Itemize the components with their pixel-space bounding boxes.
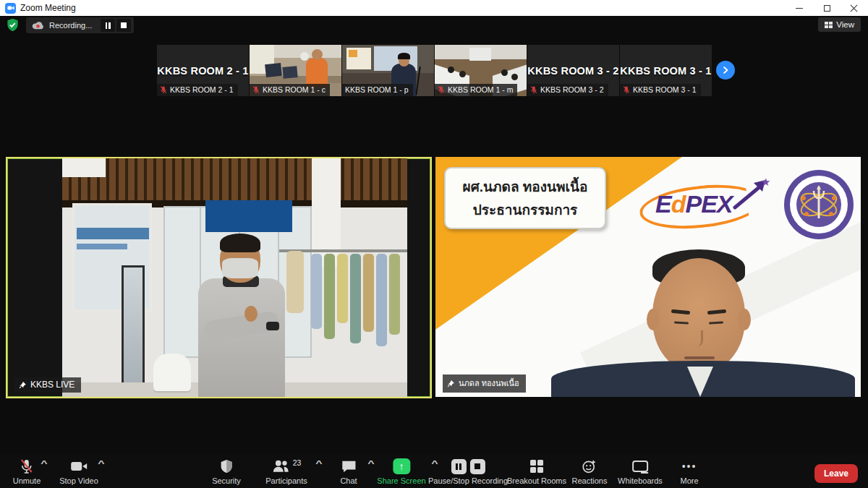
- meeting-screen: [469, 48, 491, 61]
- leave-button[interactable]: Leave: [814, 464, 858, 483]
- cloud-recording-icon: [32, 21, 44, 30]
- stop-video-button[interactable]: Stop Video: [59, 458, 98, 485]
- whiteboards-button[interactable]: Whiteboards: [618, 458, 663, 485]
- recording-status-text: Recording...: [49, 21, 92, 30]
- speaker-hand: [244, 306, 258, 322]
- muted-mic-icon: [20, 458, 34, 474]
- whiteboard-icon: [632, 461, 648, 472]
- chevron-right-icon: [721, 66, 730, 74]
- participants-options-caret[interactable]: ^: [315, 460, 322, 468]
- pause-recording-button[interactable]: [101, 19, 115, 32]
- chat-button[interactable]: Chat: [340, 458, 357, 485]
- participants-button[interactable]: 23 Participants: [265, 458, 307, 485]
- hanging-garment: [350, 254, 361, 343]
- pinned-video-label: KKBS LIVE: [14, 377, 81, 393]
- recording-indicator: Recording...: [26, 17, 134, 33]
- zoom-meeting-window: Zoom Meeting Recording... View KKBS ROOM…: [0, 0, 868, 488]
- share-screen-button[interactable]: ↑ Share Screen: [377, 458, 425, 485]
- main-video-kkbs-live[interactable]: KKBS LIVE: [6, 157, 432, 398]
- muted-mic-icon: [530, 86, 537, 94]
- window-controls: [786, 0, 868, 16]
- chairman-ear: [738, 309, 751, 330]
- more-button[interactable]: ••• More: [680, 458, 698, 485]
- meeting-attendee: [511, 74, 518, 80]
- meeting-top-bar: Recording... View: [0, 16, 868, 35]
- breakout-rooms-icon: [530, 460, 544, 474]
- nameplate-name: ผศ.นภดล ทองนพเนื้อ: [463, 176, 588, 197]
- stop-recording-icon: [469, 459, 485, 474]
- camera-glyph: [7, 4, 14, 12]
- lab-monitor: [265, 63, 282, 77]
- blue-wall-sign-small: [77, 244, 127, 249]
- standing-mirror: [122, 265, 145, 390]
- meeting-attendee: [448, 67, 454, 73]
- restore-button[interactable]: [813, 0, 841, 16]
- speaker-face-mask: [222, 258, 258, 278]
- seal-core: [796, 182, 841, 227]
- chairman-head: [652, 258, 745, 372]
- hanging-garment: [363, 254, 374, 332]
- more-ellipsis-icon: •••: [682, 461, 697, 472]
- reactions-button[interactable]: Reactions: [572, 458, 608, 485]
- chairman-mouth: [684, 356, 715, 359]
- plastic-chair: [153, 354, 191, 391]
- share-screen-icon: ↑: [393, 458, 410, 474]
- hanging-garment: [389, 254, 400, 335]
- thumbnail-kkbs-room-3-1[interactable]: KKBS ROOM 3 - 1 KKBS ROOM 3 - 1: [620, 45, 712, 96]
- stop-icon: [121, 22, 127, 28]
- edpex-logo: EdPEX ★: [639, 180, 777, 232]
- speaker-hair: [220, 234, 260, 252]
- ministry-seal: [784, 170, 854, 239]
- meeting-toolbar: Unmute ^ Stop Video ^ Security 23 Partic…: [0, 454, 868, 488]
- shield-icon: [220, 458, 233, 474]
- close-icon: [851, 4, 858, 12]
- hanging-garment: [311, 254, 322, 329]
- window-title: Zoom Meeting: [20, 3, 76, 13]
- main-video-chairman[interactable]: ผศ.นภดล ทองนพเนื้อ ประธานกรรมการ EdPEX ★: [435, 157, 861, 397]
- view-button[interactable]: View: [818, 17, 861, 32]
- meeting-attendee: [501, 69, 508, 76]
- participant-label: KKBS ROOM 1 - p: [342, 84, 413, 96]
- thumbnail-kkbs-room-1-c[interactable]: KKBS ROOM 1 - c: [250, 45, 341, 96]
- blue-door-sign: [205, 200, 292, 232]
- breakout-rooms-button[interactable]: Breakout Rooms: [507, 458, 566, 485]
- podium-slide-screen: [346, 48, 371, 69]
- thumbnail-kkbs-room-1-p[interactable]: KKBS ROOM 1 - p: [342, 45, 434, 96]
- participant-label: KKBS ROOM 3 - 1: [620, 84, 701, 96]
- hanging-garment: [324, 254, 335, 339]
- podium-mic-stand: [415, 67, 421, 95]
- lab-person-head: [312, 49, 323, 60]
- participant-label: KKBS ROOM 1 - c: [250, 84, 330, 96]
- thumbnail-kkbs-room-2-1[interactable]: KKBS ROOM 2 - 1 KKBS ROOM 2 - 1: [157, 45, 249, 96]
- encryption-shield-icon[interactable]: [6, 18, 20, 35]
- hanging-garment: [286, 251, 304, 313]
- unmute-options-caret[interactable]: ^: [41, 460, 47, 468]
- unmute-button[interactable]: Unmute: [13, 458, 41, 485]
- close-button[interactable]: [841, 0, 868, 16]
- pause-icon: [106, 22, 111, 29]
- video-options-caret[interactable]: ^: [98, 460, 104, 468]
- chat-options-caret[interactable]: ^: [367, 460, 374, 468]
- reactions-smiley-icon: [582, 458, 597, 474]
- nameplate-role: ประธานกรรมการ: [473, 199, 578, 221]
- wood-slat-ceiling: [62, 158, 407, 205]
- stop-recording-button[interactable]: [116, 19, 131, 32]
- security-button[interactable]: Security: [212, 458, 241, 485]
- participant-label: KKBS ROOM 3 - 2: [527, 84, 608, 96]
- hanging-garment: [337, 254, 348, 323]
- store-scene: [62, 158, 407, 397]
- minimize-button[interactable]: [786, 0, 813, 16]
- participant-label: KKBS ROOM 2 - 1: [157, 84, 238, 96]
- video-thumbnail-strip: KKBS ROOM 2 - 1 KKBS ROOM 2 - 1 KKBS ROO…: [157, 45, 712, 96]
- gallery-view-icon: [825, 22, 833, 28]
- pinned-video-label: นภดล ทองนพเนื้อ: [443, 374, 526, 393]
- thumbnail-kkbs-room-3-2[interactable]: KKBS ROOM 3 - 2 KKBS ROOM 3 - 2: [527, 45, 619, 96]
- thumbnail-kkbs-room-1-m[interactable]: KKBS ROOM 1 - m: [435, 45, 527, 96]
- title-bar: Zoom Meeting: [0, 0, 868, 16]
- next-page-arrow-button[interactable]: [716, 61, 735, 80]
- restore-icon: [824, 5, 830, 12]
- podium-speaker-hair: [398, 53, 410, 59]
- hanging-garment: [376, 254, 387, 346]
- nameplate: ผศ.นภดล ทองนพเนื้อ ประธานกรรมการ: [444, 167, 606, 229]
- pause-stop-recording-button[interactable]: Pause/Stop Recording: [428, 458, 508, 485]
